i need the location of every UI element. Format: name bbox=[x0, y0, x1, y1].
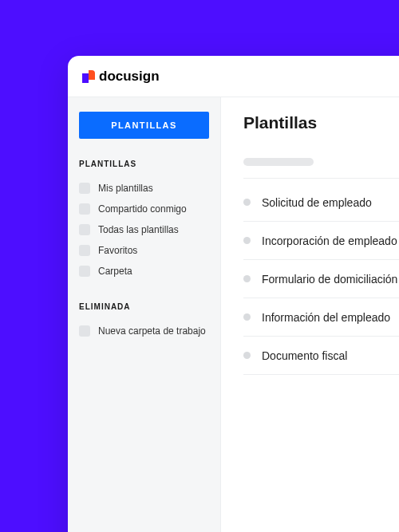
document-row[interactable]: Formulario de domiciliación bbox=[243, 260, 399, 298]
document-list: Solicitud de empleado Incorporación de e… bbox=[243, 183, 399, 375]
brand-logo[interactable]: docusign bbox=[82, 69, 160, 85]
sidebar-item-label: Favoritos bbox=[98, 245, 137, 256]
page-title: Plantillas bbox=[243, 113, 399, 132]
sidebar-item-label: Todas las plantillas bbox=[98, 224, 179, 235]
status-dot-icon bbox=[243, 237, 251, 244]
sidebar-list-deleted: Nueva carpeta de trabajo bbox=[79, 321, 209, 341]
filter-placeholder-icon bbox=[243, 158, 314, 166]
logo-icon bbox=[82, 70, 95, 83]
folder-icon bbox=[79, 245, 90, 256]
sidebar-list-templates: Mis plantillas Compartido conmigo Todas … bbox=[79, 178, 209, 282]
folder-icon bbox=[79, 183, 90, 194]
sidebar-item-folder[interactable]: Carpeta bbox=[79, 261, 209, 282]
document-row[interactable]: Solicitud de empleado bbox=[243, 183, 399, 222]
document-name: Información del empleado bbox=[262, 311, 390, 324]
document-row[interactable]: Información del empleado bbox=[243, 298, 399, 337]
folder-icon bbox=[79, 266, 90, 277]
sidebar-item-label: Mis plantillas bbox=[98, 183, 153, 194]
app-window: docusign Inicio Gestionar PLANTILLAS PLA… bbox=[68, 56, 399, 532]
status-dot-icon bbox=[243, 199, 251, 206]
sidebar: PLANTILLAS PLANTILLAS Mis plantillas Com… bbox=[68, 97, 221, 532]
document-name: Solicitud de empleado bbox=[262, 196, 372, 209]
sidebar-item-label: Carpeta bbox=[98, 266, 132, 277]
sidebar-item-my-templates[interactable]: Mis plantillas bbox=[79, 178, 209, 199]
filter-bar bbox=[243, 153, 399, 179]
folder-icon bbox=[79, 203, 90, 215]
main-content: Plantillas Solicitud de empleado Incorpo… bbox=[221, 97, 399, 532]
document-name: Documento fiscal bbox=[262, 349, 347, 362]
app-body: PLANTILLAS PLANTILLAS Mis plantillas Com… bbox=[68, 97, 399, 532]
sidebar-item-label: Compartido conmigo bbox=[98, 203, 187, 215]
header: docusign Inicio Gestionar bbox=[68, 56, 399, 97]
new-template-button[interactable]: PLANTILLAS bbox=[79, 112, 209, 139]
sidebar-section-deleted-title: ELIMINADA bbox=[79, 302, 209, 311]
document-name: Formulario de domiciliación bbox=[262, 273, 397, 286]
folder-icon bbox=[79, 224, 90, 235]
folder-icon bbox=[79, 325, 90, 337]
status-dot-icon bbox=[243, 352, 251, 359]
status-dot-icon bbox=[243, 313, 251, 321]
brand-name: docusign bbox=[99, 69, 160, 85]
sidebar-item-label: Nueva carpeta de trabajo bbox=[98, 325, 206, 337]
sidebar-section-templates-title: PLANTILLAS bbox=[79, 160, 209, 168]
document-row[interactable]: Documento fiscal bbox=[243, 337, 399, 375]
status-dot-icon bbox=[243, 275, 251, 282]
sidebar-item-new-folder[interactable]: Nueva carpeta de trabajo bbox=[79, 321, 209, 341]
sidebar-item-shared[interactable]: Compartido conmigo bbox=[79, 199, 209, 219]
sidebar-item-all[interactable]: Todas las plantillas bbox=[79, 219, 209, 240]
document-name: Incorporación de empleado bbox=[262, 234, 397, 247]
sidebar-item-favorites[interactable]: Favoritos bbox=[79, 240, 209, 261]
document-row[interactable]: Incorporación de empleado bbox=[243, 222, 399, 260]
